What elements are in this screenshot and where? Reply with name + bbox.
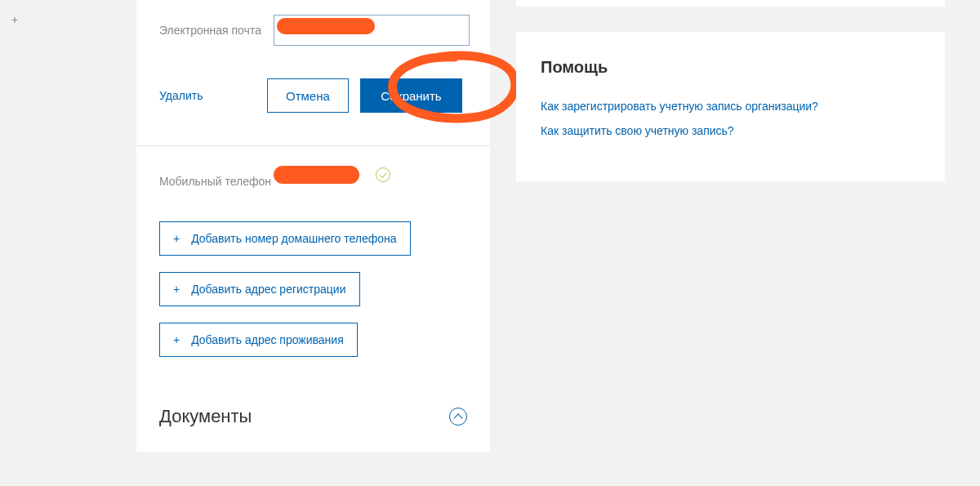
add-reg-address-button[interactable]: + Добавить адрес регистрации	[159, 272, 360, 306]
redaction-phone	[274, 166, 359, 184]
verified-check-icon	[376, 167, 390, 182]
email-row: Электронная почта	[136, 0, 490, 46]
documents-title: Документы	[159, 406, 252, 427]
side-card-stub	[516, 0, 945, 7]
add-res-address-label: Добавить адрес проживания	[191, 333, 344, 346]
phone-row: Мобильный телефон	[136, 166, 490, 189]
phone-value-area	[274, 166, 390, 184]
cancel-button[interactable]: Отмена	[267, 78, 349, 113]
plus-icon: +	[173, 333, 180, 346]
help-link-protect-account[interactable]: Как защитить свою учетную запись?	[541, 124, 920, 137]
add-res-address-button[interactable]: + Добавить адрес проживания	[159, 323, 358, 357]
add-reg-address-label: Добавить адрес регистрации	[191, 283, 345, 296]
actions-row: Удалить Отмена Сохранить	[136, 46, 490, 137]
help-card: Помощь Как зарегистрировать учетную запи…	[516, 32, 945, 181]
main-card: Электронная почта Удалить Отмена Сохрани…	[136, 0, 490, 452]
plus-icon: +	[173, 283, 180, 296]
add-home-phone-button[interactable]: + Добавить номер домашнего телефона	[159, 221, 411, 256]
documents-section-header: Документы	[136, 381, 490, 435]
add-home-phone-label: Добавить номер домашнего телефона	[191, 232, 396, 245]
phone-label: Мобильный телефон	[159, 166, 274, 189]
help-title: Помощь	[541, 58, 920, 77]
chevron-up-icon[interactable]	[449, 408, 467, 426]
delete-link[interactable]: Удалить	[159, 89, 267, 102]
email-field-wrap	[274, 15, 474, 46]
help-link-register-org[interactable]: Как зарегистрировать учетную запись орга…	[541, 100, 920, 113]
plus-corner-icon: +	[11, 13, 18, 26]
email-input[interactable]	[274, 15, 470, 46]
plus-icon: +	[173, 232, 180, 245]
email-label: Электронная почта	[159, 15, 274, 38]
save-button[interactable]: Сохранить	[360, 78, 462, 113]
add-buttons-group: + Добавить номер домашнего телефона + До…	[136, 189, 490, 381]
divider	[136, 145, 490, 146]
